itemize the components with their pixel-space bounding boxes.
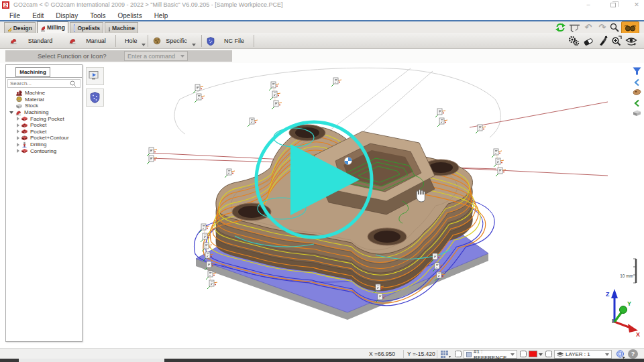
pocket-icon <box>21 128 28 135</box>
search-input[interactable] <box>8 80 70 86</box>
chevron-collapsed-icon[interactable] <box>17 123 19 127</box>
menu-bar: File Edit Display Tools Opelists Help <box>0 11 644 20</box>
glasses-icon <box>624 23 637 32</box>
chevron-collapsed-icon[interactable] <box>17 149 19 153</box>
opelists-icon <box>73 24 75 32</box>
video-progress-bar[interactable] <box>0 359 644 362</box>
viewport-3d[interactable]: 10 mm Z X Y <box>83 63 643 348</box>
menu-file[interactable]: File <box>4 12 25 19</box>
tab-milling[interactable]: Milling <box>37 21 68 33</box>
menu-tools[interactable]: Tools <box>85 12 111 19</box>
group-manual-button[interactable]: Manual <box>64 34 115 48</box>
measure-button[interactable] <box>568 22 581 33</box>
tree-item-pocket-contour[interactable]: Pocket+Contour <box>6 135 82 141</box>
milling-icon <box>40 24 45 32</box>
specific-dropdown-caret[interactable] <box>192 44 196 46</box>
close-button[interactable]: ✕ <box>628 0 644 10</box>
chevron-collapsed-icon[interactable] <box>17 117 19 121</box>
show-part-button[interactable] <box>631 87 642 97</box>
prev-part-button[interactable] <box>631 77 642 87</box>
nc-file-shield-icon <box>207 37 215 46</box>
filter-button[interactable] <box>631 66 642 76</box>
tree-item-drilling[interactable]: Drilling <box>6 141 82 148</box>
tree-item-stock[interactable]: Stock <box>6 103 82 109</box>
tree-item-label: Drilling <box>30 141 46 147</box>
coord-x-readout: X =66.950 <box>369 351 395 357</box>
reference-visibility-checkbox[interactable] <box>455 351 462 357</box>
command-input-dropdown[interactable]: Enter a command <box>124 51 188 61</box>
tab-opelists[interactable]: Opelists <box>70 22 103 33</box>
tree-item-machine[interactable]: Machine <box>6 90 82 97</box>
drilling-icon <box>21 141 28 148</box>
chevron-collapsed-icon[interactable] <box>17 136 19 140</box>
clean-button[interactable] <box>597 35 609 47</box>
tree-item-material[interactable]: Material <box>6 97 82 103</box>
toolbar-separator <box>148 35 148 47</box>
menu-edit[interactable]: Edit <box>27 12 49 19</box>
layer-icon <box>557 352 564 357</box>
grid-icon <box>441 351 451 358</box>
color-caret[interactable] <box>539 353 543 356</box>
zoom-extents-button[interactable] <box>610 35 623 47</box>
restore-icon <box>610 3 616 7</box>
scale-bar: 10 mm <box>620 259 636 283</box>
stock-thumb-icon <box>633 109 641 117</box>
machining-tree-panel: Machining Machine Material Stock Machini <box>5 64 83 342</box>
tree-item-pocket-1[interactable]: Pocket <box>6 122 82 129</box>
tree-item-contouring[interactable]: Contouring <box>6 147 82 154</box>
group-standard-button[interactable]: Standard <box>5 34 63 48</box>
chevron-collapsed-icon[interactable] <box>17 143 19 147</box>
zoom-extents-icon <box>611 36 622 46</box>
tree-item-facing-pocket[interactable]: Facing Pocket <box>6 115 82 122</box>
status-bar: X =66.950 Y =-15.420 #1 : REFERENCE LAYE… <box>0 348 644 359</box>
tree-item-machining[interactable]: Machining <box>6 109 82 116</box>
chevron-expanded-icon[interactable] <box>9 111 13 114</box>
menu-display[interactable]: Display <box>50 12 83 19</box>
machine-icon <box>15 90 23 97</box>
minimize-button[interactable]: – <box>580 0 597 10</box>
tree-item-label: Machining <box>24 109 48 115</box>
group-manual-label: Manual <box>80 38 111 44</box>
tab-design[interactable]: Design <box>4 22 36 33</box>
group-specific-label: Specific <box>165 38 188 44</box>
title-bar: 2 GO2cam < © GO2cam International 2009 -… <box>0 0 644 11</box>
zoom-button[interactable] <box>609 22 620 33</box>
view-orientation-button[interactable] <box>614 349 627 359</box>
menu-help[interactable]: Help <box>149 12 174 19</box>
menu-opelists[interactable]: Opelists <box>113 12 148 19</box>
machining-simulation-button[interactable] <box>567 35 580 47</box>
group-specific-button[interactable]: Specific <box>149 34 200 48</box>
tree-item-label: Pocket <box>30 122 46 128</box>
command-dropdown-caret <box>180 55 184 58</box>
tree-item-pocket-2[interactable]: Pocket <box>6 129 82 135</box>
hand-cursor <box>417 190 425 202</box>
dynamic-view-button[interactable] <box>625 35 638 47</box>
group-ncfile-button[interactable]: NC File <box>203 34 254 48</box>
filter-icon <box>633 67 641 75</box>
prev-stock-button[interactable] <box>631 98 642 108</box>
chevron-left-blue-icon <box>633 78 641 86</box>
current-color-swatch[interactable] <box>529 351 537 357</box>
chevron-collapsed-icon[interactable] <box>17 129 19 133</box>
hole-dropdown-caret[interactable] <box>142 44 146 46</box>
reference-select[interactable]: #1 : REFERENCE <box>464 350 517 359</box>
color-apply-checkbox[interactable] <box>520 351 527 357</box>
tree-item-label: Pocket <box>30 129 46 135</box>
restore-button[interactable] <box>604 0 622 10</box>
undo-button[interactable]: ↶ <box>582 21 594 33</box>
help-button[interactable]: ? <box>628 349 638 359</box>
regenerate-button[interactable] <box>554 22 566 33</box>
facing-pocket-icon <box>21 115 28 122</box>
layer-visibility-checkbox[interactable] <box>545 351 552 357</box>
erase-button[interactable] <box>582 35 594 47</box>
show-stock-button[interactable] <box>631 108 642 118</box>
tab-machining-panel[interactable]: Machining <box>15 67 50 77</box>
tree-item-label: Machine <box>25 90 45 96</box>
group-hole-button[interactable]: Hole <box>117 34 146 48</box>
layer-select[interactable]: LAYER : 1 <box>554 350 612 359</box>
group-standard-label: Standard <box>21 38 59 44</box>
grid-toggle-button[interactable] <box>439 350 452 359</box>
axis-triad: Z X Y <box>606 289 640 338</box>
redo-button[interactable]: ↷ <box>596 21 608 33</box>
tab-machine[interactable]: Machine <box>105 22 138 33</box>
